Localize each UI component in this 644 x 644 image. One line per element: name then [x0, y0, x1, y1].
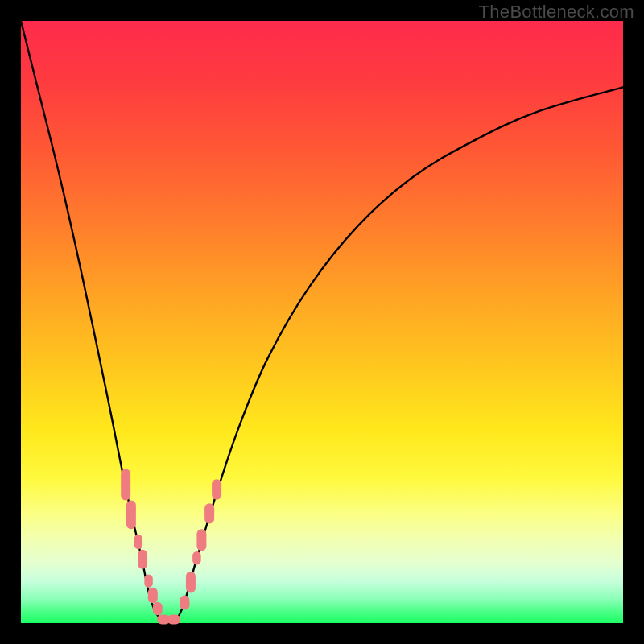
data-marker [180, 596, 189, 610]
curve-left-branch [21, 21, 166, 623]
data-marker [126, 500, 136, 529]
chart-frame: TheBottleneck.com [0, 0, 644, 644]
chart-svg [21, 21, 623, 623]
data-marker [192, 551, 200, 564]
plot-area [21, 21, 623, 623]
marker-group [121, 469, 180, 625]
watermark-text: TheBottleneck.com [479, 2, 634, 23]
data-marker [148, 588, 158, 603]
data-marker [167, 615, 180, 625]
data-marker [134, 535, 142, 549]
curve-right-branch [175, 87, 623, 623]
data-marker [204, 503, 214, 523]
data-marker [153, 602, 163, 615]
data-marker [186, 572, 196, 593]
data-marker [121, 469, 130, 501]
data-marker [138, 550, 147, 569]
marker-group [180, 479, 221, 609]
data-marker [212, 479, 221, 499]
data-marker [144, 574, 152, 587]
data-marker [196, 529, 206, 551]
